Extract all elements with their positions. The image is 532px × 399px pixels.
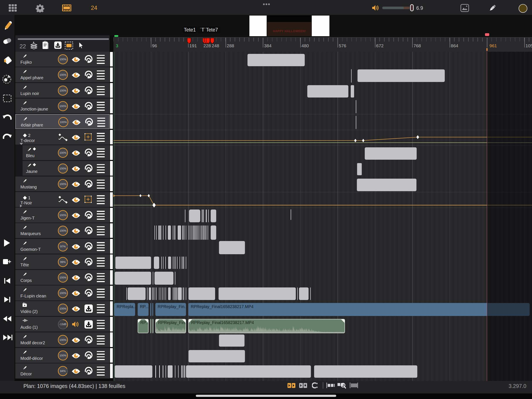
svg-text:x1: x1 <box>342 385 344 386</box>
